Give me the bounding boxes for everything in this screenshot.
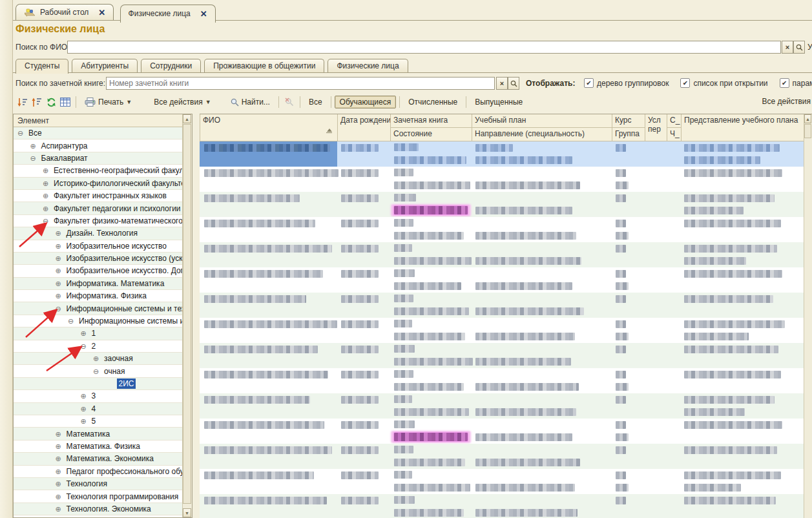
table-row[interactable] — [200, 368, 812, 393]
book-search-clear-button[interactable]: × — [496, 77, 508, 90]
expand-icon[interactable]: ⊕ — [93, 355, 101, 362]
scrollbar-thumb[interactable] — [183, 124, 191, 504]
tree-item[interactable]: ⊕Дизайн. Технология — [14, 227, 183, 240]
column-header-birthdate[interactable]: Дата рождения — [338, 114, 391, 141]
collapse-icon[interactable]: ⊖ — [93, 368, 101, 375]
tree-item[interactable]: ⊕Технология. Экономика — [14, 503, 183, 515]
tree-item[interactable]: ⊖Бакалавриат — [14, 152, 183, 165]
collapse-icon[interactable]: ⊖ — [56, 305, 63, 313]
checkbox-дерево группировок[interactable]: ✔дерево группировок — [584, 78, 669, 88]
column-header-ch[interactable]: Ч_ — [667, 128, 682, 141]
expand-icon[interactable]: ⊕ — [43, 205, 50, 212]
expand-icon[interactable]: ⊕ — [56, 442, 63, 450]
tab-Проживающие в общежитии[interactable]: Проживающие в общежитии — [204, 59, 324, 73]
tree-item[interactable]: ⊕Педагог профессионального обуч — [14, 466, 183, 478]
filter-button-Обучающиеся[interactable]: Обучающиеся — [335, 96, 397, 109]
tree-item[interactable]: ⊖Все — [14, 127, 183, 140]
edge-cut-button[interactable]: У — [807, 43, 812, 52]
collapse-icon[interactable]: ⊖ — [30, 154, 38, 162]
scroll-up-button[interactable]: ▲ — [183, 114, 191, 123]
tree-item[interactable]: ⊕Математика. Физика — [14, 440, 183, 453]
window-tab-fizlica[interactable]: Физические лица ✕ — [120, 5, 216, 23]
table-row[interactable] — [200, 469, 812, 494]
expand-icon[interactable]: ⊕ — [56, 280, 63, 287]
window-tab-desktop[interactable]: Рабочий стол ✕ — [16, 4, 114, 20]
tree-item[interactable]: ⊕1 — [14, 327, 183, 340]
checkbox-параметры отбо[interactable]: ✔параметры отбо — [780, 78, 812, 88]
table-all-actions-button[interactable]: Все действия — [762, 97, 811, 106]
cancel-search-button[interactable] — [282, 96, 297, 109]
tree-item[interactable]: ⊖очная — [14, 365, 183, 377]
expand-icon[interactable]: ⊕ — [30, 142, 38, 150]
tree-item[interactable]: ⊕Факультет педагогики и психологии — [14, 202, 183, 214]
scroll-down-button[interactable]: ▼ — [183, 508, 191, 517]
table-row[interactable] — [200, 444, 812, 469]
scrollbar-thumb[interactable] — [804, 124, 811, 138]
table-row[interactable] — [200, 393, 812, 419]
table-row[interactable] — [200, 343, 812, 368]
tree-item[interactable]: ⊕Историко-филологический факультет — [14, 178, 183, 190]
expand-icon[interactable]: ⊕ — [56, 242, 63, 250]
table-scrollbar[interactable]: ▲ — [804, 114, 812, 518]
tree-item[interactable]: ⊕Технология программирования — [14, 490, 183, 502]
column-header-fio[interactable]: ФИО — [200, 114, 338, 141]
column-header-direction[interactable]: Направление (специальность) — [472, 128, 612, 141]
tree-item[interactable]: ⊕Информатика. Математика — [14, 278, 183, 290]
tab-Физические лица[interactable]: Физические лица — [328, 59, 408, 73]
tab-Абитуриенты[interactable]: Абитуриенты — [72, 59, 138, 73]
table-row[interactable] — [200, 293, 812, 318]
find-button[interactable]: Найти... — [225, 96, 275, 109]
tree-item[interactable]: ⊕Экономика и управление — [14, 515, 183, 517]
table-row[interactable] — [200, 419, 812, 444]
filter-button-Отчисленные[interactable]: Отчисленные — [403, 96, 463, 109]
tree-item[interactable]: ⊕Информатика. Физика — [14, 290, 183, 302]
column-header-plan-presentation[interactable]: Представление учебного плана — [682, 114, 805, 141]
hierarchy-sort-ascending-button[interactable] — [30, 96, 44, 109]
tree-item[interactable]: ⊕Технология — [14, 478, 183, 490]
expand-icon[interactable]: ⊕ — [56, 505, 63, 513]
expand-icon[interactable]: ⊕ — [56, 480, 63, 488]
tree-item[interactable]: ⊕Аспирантура — [14, 140, 183, 152]
column-header-usl-per[interactable]: Усл пер — [645, 114, 667, 141]
collapse-icon[interactable]: ⊖ — [43, 217, 50, 225]
tab-Сотрудники[interactable]: Сотрудники — [141, 59, 201, 73]
expand-icon[interactable]: ⊕ — [56, 468, 63, 475]
tree-item[interactable]: ⊖Информационные системы и техн — [14, 302, 183, 315]
close-icon[interactable]: ✕ — [98, 8, 105, 17]
expand-icon[interactable]: ⊕ — [81, 329, 88, 337]
grid-settings-button[interactable] — [58, 96, 72, 109]
filter-button-Все[interactable]: Все — [304, 96, 328, 109]
expand-icon[interactable]: ⊕ — [43, 180, 50, 187]
tree-item[interactable]: ⊕Математика — [14, 428, 183, 440]
expand-icon[interactable]: ⊕ — [81, 417, 88, 425]
expand-icon[interactable]: ⊕ — [56, 493, 63, 501]
tree-item[interactable]: ⊕3 — [14, 390, 183, 402]
column-header-state[interactable]: Состояние — [391, 128, 472, 141]
filter-button-Выпущенные[interactable]: Выпущенные — [470, 96, 528, 109]
table-row[interactable] — [200, 318, 812, 343]
tree-item[interactable]: ⊖Факультет физико-математического — [14, 215, 183, 227]
column-header-plan[interactable]: Учебный план — [472, 114, 612, 128]
fio-search-find-button[interactable] — [793, 41, 805, 54]
tree-item[interactable]: ⊕заочная — [14, 353, 183, 365]
column-header-s[interactable]: С_ — [667, 114, 682, 128]
tree-item[interactable]: ⊖Информационные системы и т — [14, 315, 183, 327]
collapse-icon[interactable]: ⊖ — [17, 129, 25, 137]
table-row[interactable] — [200, 242, 812, 267]
table-row[interactable] — [200, 217, 812, 242]
tree-item[interactable]: ⊕Естественно-географический факуль — [14, 165, 183, 177]
close-icon[interactable]: ✕ — [200, 9, 207, 19]
expand-icon[interactable]: ⊕ — [56, 292, 63, 300]
tree-item[interactable]: ⊕5 — [14, 415, 183, 428]
book-search-input[interactable] — [106, 77, 495, 90]
column-header-gradebook[interactable]: Зачетная книга — [391, 114, 472, 128]
tree-scrollbar[interactable]: ▲ ▼ — [182, 114, 192, 517]
collapse-icon[interactable]: ⊖ — [81, 342, 88, 350]
expand-icon[interactable]: ⊕ — [56, 229, 63, 237]
tab-Студенты[interactable]: Студенты — [16, 59, 68, 74]
all-actions-button[interactable]: Все действия ▼ — [149, 96, 216, 109]
expand-icon[interactable]: ⊕ — [81, 405, 88, 413]
refresh-button[interactable] — [44, 96, 58, 109]
expand-icon[interactable]: ⊕ — [56, 254, 63, 262]
fio-search-clear-button[interactable]: × — [782, 41, 793, 54]
